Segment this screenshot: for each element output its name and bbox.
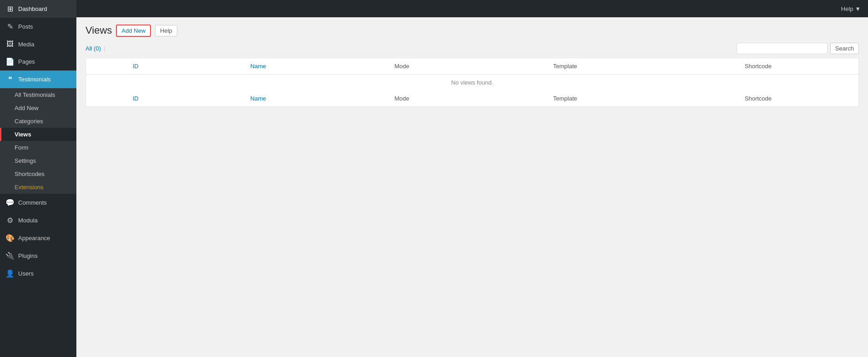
sidebar-item-settings[interactable]: Settings [0,154,76,167]
table-header-row: ID Name Mode Template Shortcode [86,58,859,75]
sidebar-item-label: Appearance [18,235,50,241]
no-results-cell: No views found. [86,75,859,91]
sidebar-item-label: Plugins [18,252,38,259]
sidebar-item-label: Modula [18,217,38,224]
filter-bar: All (0) | Search [85,43,859,54]
search-box: Search [737,43,859,54]
table-footer-mode: Mode [331,91,472,107]
table-footer-id[interactable]: ID [86,91,186,107]
sidebar-item-label: Comments [18,199,47,206]
topbar: Help ▼ [76,0,868,17]
sidebar-item-add-new-testimonial[interactable]: Add New [0,101,76,115]
pages-icon: 📄 [5,57,15,66]
views-table: ID Name Mode Template Shortcode [85,58,859,107]
sidebar-item-dashboard[interactable]: ⊞ Dashboard [0,0,76,18]
sidebar-item-testimonials[interactable]: ❝ Testimonials [0,70,76,88]
table-footer-template: Template [472,91,658,107]
sidebar-item-all-testimonials[interactable]: All Testimonials [0,88,76,101]
table-header-mode: Mode [331,58,472,75]
table-header-shortcode: Shortcode [658,58,859,75]
sidebar-item-pages[interactable]: 📄 Pages [0,53,76,70]
sidebar-item-extensions[interactable]: Extensions [0,181,76,194]
sidebar-item-media[interactable]: 🖼 Media [0,35,76,53]
plugins-icon: 🔌 [5,251,15,260]
sidebar-item-categories[interactable]: Categories [0,115,76,128]
sidebar-item-label: Users [18,270,34,277]
sidebar-item-label: Testimonials [18,76,51,83]
sidebar-item-plugins[interactable]: 🔌 Plugins [0,247,76,265]
sidebar-item-posts[interactable]: ✎ Posts [0,18,76,35]
testimonials-icon: ❝ [5,75,15,84]
search-input[interactable] [737,43,828,54]
sidebar-item-label: Posts [18,23,33,30]
table-footer-name[interactable]: Name [185,91,331,107]
sidebar-item-label: Dashboard [18,5,47,12]
content-area: Views Add New Help All (0) | Search [76,17,868,357]
filter-divider: | [104,45,105,52]
table-row-empty: No views found. [86,75,859,91]
search-button[interactable]: Search [830,43,859,54]
sidebar-item-comments[interactable]: 💬 Comments [0,194,76,211]
media-icon: 🖼 [5,40,15,48]
filter-links: All (0) | [85,45,105,52]
appearance-icon: 🎨 [5,234,15,242]
dashboard-icon: ⊞ [5,5,15,13]
table-footer-shortcode: Shortcode [658,91,859,107]
sidebar-item-label: Pages [18,58,35,65]
table-header-id[interactable]: ID [86,58,186,75]
sidebar-item-shortcodes[interactable]: Shortcodes [0,167,76,181]
sidebar-item-users[interactable]: 👤 Users [0,265,76,282]
main-content: Help ▼ Views Add New Help All (0) | Sear… [76,0,868,357]
sidebar-item-label: Media [18,41,34,48]
help-button[interactable]: Help [155,25,177,36]
table-header-name[interactable]: Name [185,58,331,75]
users-icon: 👤 [5,269,15,278]
table-footer-row: ID Name Mode Template Shortcode [86,91,859,107]
table-header-template: Template [472,58,658,75]
page-header: Views Add New Help [85,25,859,36]
topbar-help-button[interactable]: Help ▼ [841,5,861,12]
sidebar-item-modula[interactable]: ⚙ Modula [0,211,76,229]
sidebar-item-appearance[interactable]: 🎨 Appearance [0,229,76,247]
modula-icon: ⚙ [5,216,15,225]
page-title: Views [85,25,112,36]
comments-icon: 💬 [5,198,15,207]
posts-icon: ✎ [5,22,15,31]
sidebar-item-form[interactable]: Form [0,141,76,154]
add-new-button[interactable]: Add New [116,25,151,36]
sidebar-item-views[interactable]: Views [0,128,76,141]
sidebar: ⊞ Dashboard ✎ Posts 🖼 Media 📄 Pages ❝ Te… [0,0,76,357]
filter-all-link[interactable]: All (0) [85,45,101,52]
testimonials-submenu: All Testimonials Add New Categories View… [0,88,76,194]
